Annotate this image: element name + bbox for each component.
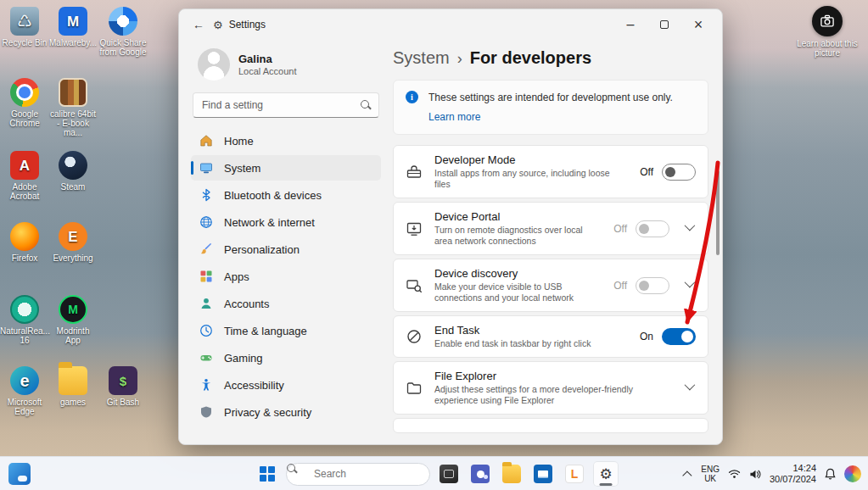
toggle-state-label: On [636, 331, 653, 342]
back-button[interactable] [193, 18, 213, 31]
desktop-icon-label: Microsoft Edge [8, 398, 42, 416]
desktop-icon-calibre[interactable]: calibre 64bit - E-book ma... [48, 78, 98, 137]
chevron-down-icon[interactable] [685, 220, 696, 231]
language-indicator[interactable]: ENG UK [701, 465, 720, 483]
desktop-icon-label: Git Bash [107, 398, 139, 407]
taskbar-search-input[interactable] [314, 468, 407, 480]
taskbar-app-l[interactable] [562, 461, 587, 487]
setting-title: Device Portal [434, 210, 598, 223]
taskbar-app-settings[interactable] [593, 461, 619, 487]
developer-mode-icon [406, 164, 423, 181]
learn-about-picture[interactable]: Learn about this picture [795, 6, 860, 58]
notification-bell-icon[interactable] [825, 468, 836, 480]
folder-icon [502, 465, 521, 483]
widgets-icon[interactable] [8, 463, 31, 485]
sidebar-item-network-internet[interactable]: Network & internet [191, 209, 381, 235]
settings-app-icon [213, 19, 223, 31]
sidebar-item-gaming[interactable]: Gaming [191, 345, 381, 370]
maximize-button[interactable] [647, 12, 681, 37]
sidebar-item-bluetooth-devices[interactable]: Bluetooth & devices [191, 182, 381, 208]
account-profile[interactable]: Galina Local Account [191, 43, 381, 92]
sidebar-item-label: Time & language [224, 325, 307, 337]
chevron-down-icon[interactable] [685, 380, 696, 391]
sidebar-item-home[interactable]: Home [191, 128, 381, 153]
desktop-icon-label: NaturalRea... 16 [0, 326, 50, 345]
desktop-icon-recycle-bin[interactable]: Recycle Bin [0, 7, 49, 47]
network-icon[interactable] [728, 469, 741, 479]
paintbrush-icon [199, 242, 213, 256]
taskbar-app-dark[interactable] [436, 461, 462, 487]
taskbar-app-file-explorer[interactable] [499, 461, 524, 487]
taskbar-app-teams[interactable] [468, 461, 493, 487]
window-title: Settings [229, 19, 266, 31]
recycle-bin-icon [10, 7, 39, 36]
sidebar-item-accessibility[interactable]: Accessibility [191, 372, 381, 398]
setting-card-end-task: End Task Enable end task in taskbar by r… [393, 315, 708, 358]
desktop-icon-adobe-acrobat[interactable]: Adobe Acrobat [0, 151, 49, 201]
device-portal-toggle[interactable] [636, 220, 669, 237]
sidebar-item-privacy-security[interactable]: Privacy & security [191, 399, 381, 425]
developer-mode-toggle[interactable] [662, 164, 696, 181]
settings-search-input[interactable] [193, 92, 379, 118]
desktop-icon-modrinth[interactable]: Modrinth App [48, 295, 98, 345]
end-task-toggle[interactable] [662, 328, 696, 345]
minimize-button[interactable] [613, 12, 647, 37]
start-button[interactable] [255, 461, 280, 487]
desktop-icon-label: Firefox [12, 253, 38, 263]
desktop-icon-microsoft-edge[interactable]: Microsoft Edge [0, 366, 49, 416]
chevron-down-icon[interactable] [685, 277, 696, 288]
page-title: For developers [470, 48, 591, 68]
tray-chevron-up-icon[interactable] [682, 471, 692, 480]
desktop-icon-firefox[interactable]: Firefox [0, 222, 49, 263]
desktop-icon-games[interactable]: games [48, 366, 98, 407]
info-icon [406, 91, 418, 103]
desktop-icon-steam[interactable]: Steam [48, 151, 98, 192]
setting-description: Adjust these settings for a more develop… [434, 384, 666, 406]
sidebar-item-system[interactable]: System [191, 155, 381, 181]
scrollbar[interactable] [716, 170, 720, 255]
sidebar-item-personalization[interactable]: Personalization [191, 237, 381, 262]
desktop-icon-quick-share[interactable]: Quick Share from Google [98, 7, 148, 57]
desktop-icon-label: Malwareby... [49, 38, 97, 47]
shield-icon [199, 405, 213, 419]
setting-card-file-explorer[interactable]: File Explorer Adjust these settings for … [393, 361, 708, 415]
desktop-icon-google-chrome[interactable]: Google Chrome [0, 78, 49, 128]
gear-icon [599, 465, 612, 483]
desktop-icon-naturalreader[interactable]: NaturalRea... 16 [0, 295, 49, 345]
sidebar-item-apps[interactable]: Apps [191, 264, 381, 289]
close-button[interactable] [681, 12, 715, 37]
desktop-icon-malwarebytes[interactable]: Malwareby... [48, 7, 98, 47]
home-icon [199, 134, 213, 148]
device-discovery-toggle[interactable] [636, 277, 669, 294]
desktop-icon-label: Steam [61, 182, 86, 192]
tray-app-icon[interactable] [844, 465, 861, 482]
setting-card-partial [393, 418, 708, 433]
settings-window: Settings Galina Local Account [178, 8, 723, 445]
sidebar-item-label: Bluetooth & devices [224, 189, 322, 202]
edge-icon [10, 366, 39, 395]
camera-icon [812, 6, 843, 36]
sidebar-item-accounts[interactable]: Accounts [191, 291, 381, 316]
bluetooth-icon [199, 188, 213, 202]
sidebar-item-label: Personalization [224, 243, 300, 256]
taskbar-search[interactable] [286, 463, 430, 486]
desktop-icon-git-bash[interactable]: Git Bash [98, 366, 148, 407]
desktop-icon-label: calibre 64bit - E-book ma... [50, 109, 96, 137]
calibre-icon [59, 78, 87, 107]
sidebar-item-time-language[interactable]: Time & language [191, 318, 381, 343]
breadcrumb-system[interactable]: System [393, 48, 450, 68]
setting-card-device-discovery[interactable]: Device discovery Make your device visibl… [393, 259, 708, 312]
volume-icon[interactable] [749, 469, 761, 480]
banner-message: These settings are intended for developm… [428, 92, 673, 103]
setting-title: End Task [434, 324, 624, 337]
settings-content: System › For developers These settings a… [393, 40, 708, 444]
clock[interactable]: 14:24 30/07/2024 [770, 463, 816, 485]
malwarebytes-icon [59, 7, 87, 36]
setting-description: Enable end task in taskbar by right clic… [434, 338, 624, 349]
taskbar-app-outlook[interactable] [530, 461, 556, 487]
learn-more-link[interactable]: Learn more [428, 111, 480, 123]
sidebar-item-label: Apps [224, 270, 249, 283]
desktop-icon-everything[interactable]: Everything [48, 222, 98, 263]
search-icon [361, 100, 371, 110]
setting-card-device-portal[interactable]: Device Portal Turn on remote diagnostics… [393, 202, 708, 255]
